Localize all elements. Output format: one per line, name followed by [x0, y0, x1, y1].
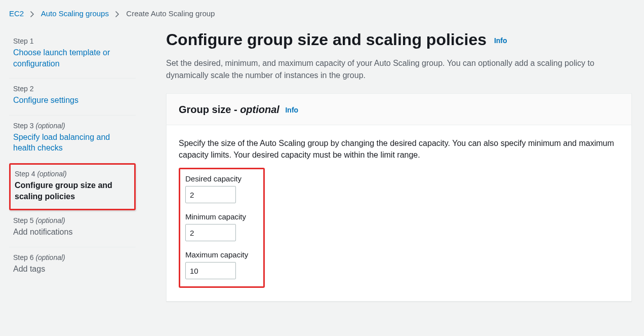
step-number: Step 2	[13, 85, 132, 93]
panel-description: Specify the size of the Auto Scaling gro…	[179, 137, 619, 161]
step-title: Add tags	[13, 264, 132, 275]
step-title: Add notifications	[13, 227, 132, 238]
desired-capacity-field: Desired capacity	[185, 174, 257, 203]
wizard-step-3[interactable]: Step 3 (optional) Specify load balancing…	[9, 116, 136, 163]
group-size-panel: Group size - optional Info Specify the s…	[166, 93, 632, 302]
wizard-step-4[interactable]: Step 4 (optional) Configure group size a…	[9, 163, 136, 210]
breadcrumb-link-asg[interactable]: Auto Scaling groups	[41, 9, 109, 18]
step-number: Step 1	[13, 37, 132, 45]
desired-capacity-input[interactable]	[185, 186, 236, 203]
chevron-right-icon	[115, 10, 120, 19]
minimum-capacity-input[interactable]	[185, 224, 236, 241]
capacity-fields: Desired capacity Minimum capacity Maximu…	[179, 168, 265, 288]
page-title: Configure group size and scaling policie…	[166, 30, 632, 49]
wizard-step-5: Step 5 (optional) Add notifications	[9, 210, 136, 247]
step-title[interactable]: Configure settings	[13, 96, 78, 104]
breadcrumb: EC2 Auto Scaling groups Create Auto Scal…	[9, 7, 635, 28]
step-number: Step 4 (optional)	[15, 170, 130, 178]
wizard-step-2[interactable]: Step 2 Configure settings	[9, 79, 136, 116]
page-description: Set the desired, minimum, and maximum ca…	[166, 57, 632, 81]
panel-header: Group size - optional Info	[167, 94, 631, 125]
step-title: Configure group size and scaling policie…	[15, 180, 130, 202]
chevron-right-icon	[30, 10, 35, 19]
step-number: Step 3 (optional)	[13, 122, 132, 130]
panel-title: Group size - optional	[179, 104, 282, 115]
step-title[interactable]: Specify load balancing and health checks	[13, 133, 110, 153]
maximum-capacity-field: Maximum capacity	[185, 250, 257, 279]
step-number: Step 6 (optional)	[13, 253, 132, 262]
wizard-step-1[interactable]: Step 1 Choose launch template or configu…	[9, 31, 136, 79]
step-number: Step 5 (optional)	[13, 216, 132, 225]
breadcrumb-current: Create Auto Scaling group	[126, 9, 215, 18]
info-link[interactable]: Info	[285, 106, 298, 114]
info-link[interactable]: Info	[494, 36, 507, 45]
wizard-step-6: Step 6 (optional) Add tags	[9, 247, 136, 284]
main-content: Configure group size and scaling policie…	[166, 28, 632, 302]
breadcrumb-link-ec2[interactable]: EC2	[9, 9, 24, 18]
field-label: Minimum capacity	[185, 212, 257, 221]
field-label: Maximum capacity	[185, 250, 257, 259]
minimum-capacity-field: Minimum capacity	[185, 212, 257, 241]
field-label: Desired capacity	[185, 174, 257, 183]
wizard-steps-sidebar: Step 1 Choose launch template or configu…	[9, 28, 136, 302]
maximum-capacity-input[interactable]	[185, 262, 236, 279]
step-title[interactable]: Choose launch template or configuration	[13, 48, 110, 68]
